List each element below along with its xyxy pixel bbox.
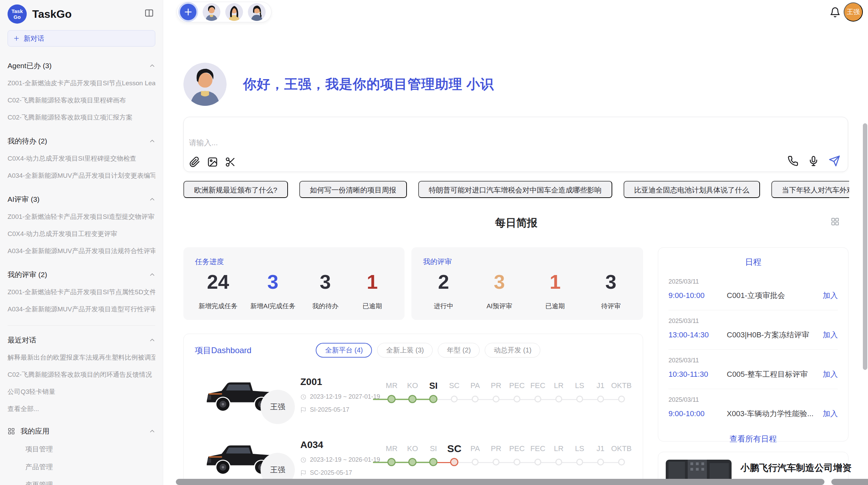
tab-powertrain[interactable]: 动总开发 (1) (485, 343, 540, 358)
task-progress-title: 任务进度 (195, 257, 393, 266)
project-row-a034[interactable]: 王强 A034 2023-12-19 ~ 2026-01-19 SC-2025-… (195, 432, 632, 484)
sidebar-item-project-management[interactable]: 项目管理 (25, 445, 155, 454)
voice-call-button[interactable] (787, 156, 798, 166)
milestone-dot (597, 459, 604, 465)
section-header-recent-chats[interactable]: 最近对话 (8, 335, 155, 345)
milestone-label: KO (407, 443, 418, 455)
horizontal-scrollbar-corner[interactable] (831, 479, 868, 485)
vertical-scrollbar-thumb[interactable] (863, 123, 867, 370)
event-time: 13:00-14:30 (668, 331, 721, 339)
sidebar-item[interactable]: C02-飞腾新能源轻客改款项目里程碑画布 (8, 96, 155, 105)
collapse-sidebar-button[interactable] (144, 8, 154, 19)
project-dashboard-card: 项目Dashboard 全新平台 (4) 全新上装 (3) 年型 (2) 动总开… (183, 334, 643, 485)
new-chat-label: 新对话 (24, 34, 44, 43)
project-info: A034 2023-12-19 ~ 2026-01-19 SC-2025-05-… (300, 439, 380, 476)
recent-chat-item[interactable]: 公司Q3轻卡销量 (8, 387, 155, 396)
new-chat-button[interactable]: 新对话 (8, 30, 155, 47)
tab-new-platform[interactable]: 全新平台 (4) (316, 343, 372, 358)
milestone-label: PR (491, 443, 502, 455)
agent-quickbar (177, 2, 272, 22)
news-title: 小鹏飞行汽车制造公司增资 (740, 462, 868, 474)
sidebar-item[interactable]: A034-全新新能源MUV产品开发项目法规符合性评审 (8, 247, 155, 256)
section-header-my-todo[interactable]: 我的待办 (2) (8, 136, 155, 146)
microphone-button[interactable] (808, 156, 819, 166)
milestone-label: J1 (596, 380, 604, 391)
project-row-z001[interactable]: 王强 Z001 2023-12-19 ~ 2027-01-19 SI-2025-… (195, 369, 632, 421)
agent-avatar[interactable] (248, 3, 266, 21)
stat-review-overdue: 1 已逾期 (538, 271, 572, 311)
join-meeting-link[interactable]: 加入 (823, 330, 838, 340)
bell-icon (830, 7, 841, 18)
suggestion-chip[interactable]: 特朗普可能对进口汽车增税会对中国车企造成哪些影响 (418, 181, 612, 198)
milestone-dot (576, 396, 583, 402)
event-name: C001-立项审批会 (727, 290, 823, 301)
section-header-ai-review[interactable]: AI评审 (3) (8, 195, 155, 204)
sidebar-item[interactable]: Z001-全新燃油皮卡产品开发项目SI节点Lesson Learn报告 (8, 79, 155, 88)
milestone-dot (493, 459, 499, 465)
app-title: TaskGo (32, 8, 72, 21)
project-flag: SI-2025-05-17 (300, 406, 380, 413)
sidebar-item-change-management[interactable]: 变更管理 (25, 480, 155, 485)
agent-avatar[interactable] (203, 3, 220, 21)
recent-chat-item[interactable]: 解释最新出台的欧盟报废车法规再生塑料比例被调至15%... (8, 353, 155, 362)
join-meeting-link[interactable]: 加入 (823, 290, 838, 301)
user-avatar[interactable]: 王强 (844, 2, 863, 22)
greeting-text: 你好，王强，我是你的项目管理助理 小识 (243, 75, 494, 94)
attach-image-button[interactable] (207, 157, 218, 167)
view-all-schedule-link[interactable]: 查看所有日程 (730, 434, 777, 444)
chevron-up-icon (149, 138, 155, 144)
tab-model-year[interactable]: 年型 (2) (438, 343, 480, 358)
sidebar-item-my-apps[interactable]: 我的应用 (8, 426, 155, 436)
section-my-review: 我的评审 (2) Z001-全新燃油轻卡产品开发项目SI节点属性5D文件评审 A… (8, 270, 155, 314)
notifications-button[interactable] (830, 7, 841, 19)
project-flag: SC-2025-05-17 (300, 469, 380, 476)
event-time: 10:30-11:30 (668, 370, 721, 379)
suggestion-chip[interactable]: 欧洲新规最近颁布了什么? (183, 181, 288, 198)
join-meeting-link[interactable]: 加入 (823, 409, 838, 419)
message-input[interactable] (189, 138, 497, 147)
section-header-agent-done[interactable]: Agent已办 (3) (8, 61, 155, 71)
sidebar-item[interactable]: C0X4-动力总成开发项目SI里程碑提交物检查 (8, 154, 155, 163)
agent-avatar[interactable] (225, 3, 243, 21)
clock-icon (300, 394, 306, 400)
milestone-label: MR (386, 380, 397, 391)
suggestion-chip[interactable]: 当下年轻人对汽车外观有怎样的喜好趋势 (771, 181, 849, 198)
task-progress-card: 任务进度 24 新增完成任务 3 新增AI完成任务 3 (183, 247, 405, 320)
view-all-chats-link[interactable]: 查看全部... (8, 405, 155, 413)
sidebar-item[interactable]: A034-全新新能源MUV产品开发项目造型可行性评审 (8, 305, 155, 314)
attach-file-button[interactable] (189, 157, 200, 167)
recent-chat-item[interactable]: C02-飞腾新能源轻客改款项目的闭环通告反馈情况 (8, 370, 155, 379)
event-name: C005-整车工程目标评审 (727, 369, 823, 380)
phone-icon (787, 156, 798, 166)
milestone-dot (408, 395, 417, 403)
milestone-dot (450, 458, 458, 466)
sidebar-item[interactable]: C02-飞腾新能源轻客改款项目立项汇报方案 (8, 113, 155, 122)
sidebar-header: Task Go TaskGo (8, 3, 155, 25)
horizontal-scrollbar-thumb[interactable] (176, 479, 824, 485)
sidebar-item-product-management[interactable]: 产品管理 (25, 462, 155, 472)
section-recent-chats: 最近对话 解释最新出台的欧盟报废车法规再生塑料比例被调至15%... C02-飞… (8, 335, 155, 413)
tab-new-body[interactable]: 全新上装 (3) (377, 343, 433, 358)
milestone-label: PA (470, 443, 480, 455)
join-meeting-link[interactable]: 加入 (823, 369, 838, 380)
project-name: A034 (300, 439, 380, 450)
add-agent-button[interactable] (180, 4, 196, 20)
project-info: Z001 2023-12-19 ~ 2027-01-19 SI-2025-05-… (300, 376, 380, 413)
sidebar-item[interactable]: Z001-全新燃油轻卡产品开发项目SI节点属性5D文件评审 (8, 288, 155, 297)
milestone-dot (451, 396, 458, 402)
screenshot-button[interactable] (225, 157, 236, 167)
send-button[interactable] (829, 155, 840, 167)
suggestion-chip[interactable]: 如何写一份清晰的项目周报 (299, 181, 407, 198)
assistant-avatar (183, 63, 227, 106)
stats-row: 任务进度 24 新增完成任务 3 新增AI完成任务 3 (183, 247, 643, 320)
sidebar-divider (8, 325, 155, 326)
project-owner-badge: 王强 (261, 390, 295, 424)
milestone-dot (387, 395, 396, 403)
suggestion-chip[interactable]: 比亚迪全固态电池计划具体说了什么 (624, 181, 760, 198)
section-header-my-review[interactable]: 我的评审 (2) (8, 270, 155, 279)
sidebar-item[interactable]: A034-全新新能源MUV产品开发项目计划变更表编写 (8, 171, 155, 180)
chevron-up-icon (149, 428, 155, 434)
sidebar-item[interactable]: Z001-全新燃油轻卡产品开发项目SI造型提交物评审 (8, 212, 155, 221)
sidebar-item[interactable]: C0X4-动力总成开发项目工程变更评审 (8, 229, 155, 238)
briefing-layout-button[interactable] (831, 217, 840, 227)
